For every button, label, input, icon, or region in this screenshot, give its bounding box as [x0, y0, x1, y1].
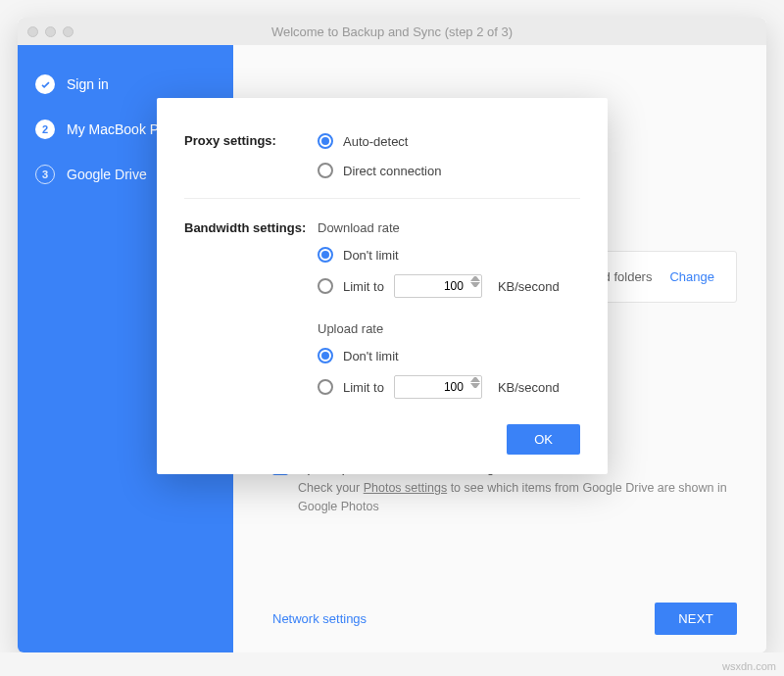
upload-rate-heading: Upload rate [318, 321, 580, 336]
radio-icon [318, 163, 333, 178]
radio-icon [318, 133, 333, 149]
download-unit: KB/second [498, 279, 560, 294]
radio-icon [318, 379, 333, 395]
upload-dont-limit-option[interactable]: Don't limit [318, 348, 580, 363]
network-settings-link[interactable]: Network settings [272, 611, 367, 626]
stepper-icon[interactable] [470, 377, 480, 388]
upload-photos-caption: Check your Photos settings to see which … [298, 479, 737, 516]
download-limit-option[interactable]: Limit to KB/second [318, 274, 580, 298]
download-rate-group: Download rate Don't limit Limit to [318, 220, 580, 298]
radio-icon [318, 278, 333, 294]
checkmark-icon [35, 74, 55, 94]
bandwidth-settings-label: Bandwidth settings: [184, 220, 318, 399]
proxy-settings-label: Proxy settings: [184, 133, 318, 178]
sidebar-step-label: Sign in [67, 76, 109, 92]
upload-rate-group: Upload rate Don't limit Limit to [318, 321, 580, 399]
window-title: Welcome to Backup and Sync (step 2 of 3) [18, 24, 766, 39]
download-limit-input[interactable] [394, 274, 482, 298]
change-link[interactable]: Change [669, 269, 714, 284]
upload-limit-input[interactable] [394, 375, 482, 399]
download-rate-heading: Download rate [318, 220, 580, 235]
stepper-icon[interactable] [470, 276, 480, 287]
next-button[interactable]: NEXT [655, 603, 737, 635]
proxy-auto-option[interactable]: Auto-detect [318, 133, 580, 149]
proxy-direct-option[interactable]: Direct connection [318, 163, 580, 178]
sidebar-step-signin: Sign in [35, 74, 216, 94]
upload-limit-option[interactable]: Limit to KB/second [318, 375, 580, 399]
sidebar-step-label: My MacBook Pro [67, 121, 172, 137]
sidebar-step-label: Google Drive [67, 167, 147, 182]
app-window: Welcome to Backup and Sync (step 2 of 3)… [18, 18, 766, 652]
download-dont-limit-option[interactable]: Don't limit [318, 247, 580, 263]
upload-unit: KB/second [498, 380, 560, 395]
photos-settings-link[interactable]: Photos settings [364, 481, 447, 495]
step-number-badge: 3 [35, 165, 55, 184]
network-settings-dialog: Proxy settings: Auto-detect Direct conne… [157, 98, 608, 474]
radio-icon [318, 348, 333, 363]
radio-icon [318, 247, 333, 263]
step-number-badge: 2 [35, 120, 55, 139]
titlebar: Welcome to Backup and Sync (step 2 of 3) [18, 18, 766, 45]
ok-button[interactable]: OK [507, 424, 580, 455]
